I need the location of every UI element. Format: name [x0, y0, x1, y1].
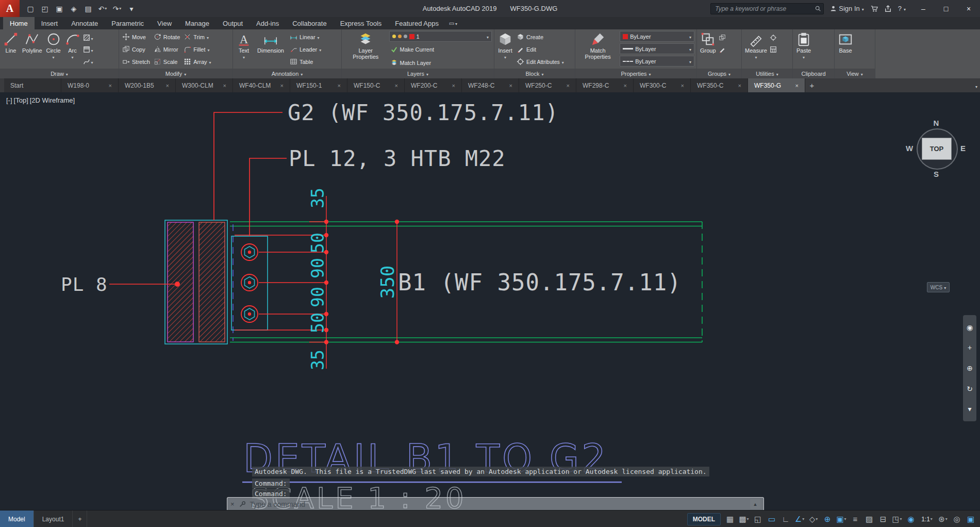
- ribbon-tab-home[interactable]: Home: [3, 17, 35, 29]
- compass-south[interactable]: S: [934, 170, 939, 178]
- compass-north[interactable]: N: [934, 119, 939, 127]
- save-as-icon[interactable]: ◈: [67, 3, 80, 15]
- pl12-label[interactable]: PL 12, 3 HTB M22: [289, 146, 506, 171]
- paste-button[interactable]: Paste: [795, 31, 812, 60]
- close-tab-icon[interactable]: ×: [280, 83, 284, 89]
- search-icon[interactable]: [815, 5, 821, 12]
- file-tab-w200-1b5[interactable]: W200-1B5×: [119, 78, 176, 92]
- command-bar[interactable]: × Type a command ▲: [227, 497, 764, 510]
- modify-panel-title[interactable]: Modify: [119, 69, 232, 78]
- navigation-wheel-icon[interactable]: ◉: [967, 320, 973, 335]
- array-button[interactable]: Array: [182, 56, 212, 68]
- view-cube-top-face[interactable]: TOP: [922, 138, 952, 160]
- file-tab-wf150-1[interactable]: WF150-1×: [290, 78, 347, 92]
- groups-panel-title[interactable]: Groups: [697, 69, 741, 78]
- file-tab-wf250-c[interactable]: WF250-C×: [519, 78, 576, 92]
- create-block-button[interactable]: Create: [516, 31, 565, 43]
- zoom-icon[interactable]: ⊕: [967, 360, 973, 376]
- file-tab-wf248-c[interactable]: WF248-C×: [462, 78, 519, 92]
- new-drawing-tab-button[interactable]: +: [805, 78, 819, 92]
- dimension-button[interactable]: Dimension: [254, 31, 287, 54]
- model-tab[interactable]: Model: [0, 510, 34, 527]
- b1-label[interactable]: B1 (WF 350.175.7.11): [398, 269, 682, 295]
- bolt-1[interactable]: [241, 244, 258, 260]
- copy-button[interactable]: Copy: [121, 43, 151, 55]
- move-button[interactable]: Move: [121, 31, 151, 43]
- search-input[interactable]: [710, 3, 824, 14]
- file-tab-wf150-c[interactable]: WF150-C×: [347, 78, 405, 92]
- ribbon-tab-annotate[interactable]: Annotate: [64, 17, 105, 29]
- transparency-icon[interactable]: ▨: [862, 513, 876, 525]
- close-tab-icon[interactable]: ×: [509, 83, 512, 89]
- sign-in-button[interactable]: Sign In: [830, 5, 864, 12]
- close-tab-icon[interactable]: ×: [223, 83, 226, 89]
- leader-button[interactable]: Leader: [289, 43, 322, 55]
- close-tab-icon[interactable]: ×: [109, 83, 112, 89]
- file-tab-wf200-c[interactable]: WF200-C×: [405, 78, 462, 92]
- base-button[interactable]: Base: [837, 31, 854, 54]
- dynamic-input-icon[interactable]: ▭: [765, 513, 778, 525]
- linetype-combo[interactable]: ByLayer: [620, 56, 694, 67]
- app-store-button[interactable]: [870, 5, 878, 12]
- grid-icon[interactable]: ▦: [723, 513, 737, 525]
- lineweight-icon[interactable]: ≡: [849, 513, 862, 525]
- ortho-mode-icon[interactable]: ∟: [779, 513, 792, 525]
- close-tab-icon[interactable]: ×: [681, 83, 684, 89]
- arc-button[interactable]: Arc: [64, 31, 81, 60]
- close-tab-icon[interactable]: ×: [795, 83, 799, 89]
- block-panel-title[interactable]: Block: [494, 69, 575, 78]
- bolt-3[interactable]: [241, 306, 258, 322]
- ribbon-tab-collaborate[interactable]: Collaborate: [286, 17, 334, 29]
- line-button[interactable]: Line: [2, 31, 20, 54]
- redo-icon[interactable]: ↷▾: [110, 3, 124, 15]
- layout1-tab[interactable]: Layout1: [34, 510, 73, 527]
- command-close-icon[interactable]: ×: [230, 500, 235, 508]
- ribbon-tab-featured-apps[interactable]: Featured Apps: [388, 17, 445, 29]
- dim-text-50-bottom[interactable]: 50: [308, 312, 328, 333]
- minimize-button[interactable]: –: [912, 0, 935, 17]
- close-tab-icon[interactable]: ×: [338, 83, 341, 89]
- trim-button[interactable]: Trim: [182, 31, 212, 43]
- tab-overflow-button[interactable]: [969, 78, 980, 92]
- match-properties-button[interactable]: Match Properties: [577, 31, 618, 60]
- infer-constraints-icon[interactable]: ◱: [751, 513, 765, 525]
- save-icon[interactable]: ▣: [53, 3, 66, 15]
- g2-label[interactable]: G2 (WF 350.175.7.11): [288, 100, 559, 125]
- file-tab-w300-clm[interactable]: W300-CLM×: [176, 78, 233, 92]
- file-tab-wf350-g[interactable]: WF350-G×: [748, 78, 805, 92]
- maximize-button[interactable]: □: [935, 0, 957, 17]
- close-tab-icon[interactable]: ×: [567, 83, 570, 89]
- group-button[interactable]: Group: [699, 31, 717, 54]
- close-tab-icon[interactable]: ×: [624, 83, 627, 89]
- hatch-button[interactable]: [83, 32, 93, 43]
- navbar-more-icon[interactable]: ▾: [968, 401, 971, 417]
- leader-pl12[interactable]: [250, 158, 287, 236]
- object-color-combo[interactable]: ByLayer: [620, 31, 694, 42]
- file-tab-wf40-clm[interactable]: WF40-CLM×: [233, 78, 290, 92]
- stretch-button[interactable]: Stretch: [121, 56, 151, 68]
- ucs-badge[interactable]: WCS: [927, 282, 950, 292]
- ungroup-button[interactable]: [719, 32, 726, 43]
- ribbon-tab-manage[interactable]: Manage: [178, 17, 216, 29]
- make-current-button[interactable]: Make Current: [389, 43, 492, 55]
- overall-dimension[interactable]: 350: [377, 220, 400, 344]
- share-button[interactable]: [884, 5, 892, 12]
- ribbon-tab-express-tools[interactable]: Express Tools: [334, 17, 389, 29]
- selection-cycling-icon[interactable]: ⊟: [876, 513, 890, 525]
- file-tab-wf300-c[interactable]: WF300-C×: [634, 78, 691, 92]
- layer-properties-button[interactable]: Layer Properties: [344, 31, 388, 60]
- qat-customize-icon[interactable]: ▾: [125, 3, 138, 15]
- viewport-visual-style-control[interactable]: [2D Wireframe]: [30, 96, 75, 104]
- dim-text-35-top[interactable]: 35: [308, 188, 328, 208]
- group-edit-button[interactable]: [719, 44, 726, 55]
- polyline-button[interactable]: Polyline: [21, 31, 43, 54]
- close-button[interactable]: ×: [957, 0, 980, 17]
- ribbon-tab-add-ins[interactable]: Add-ins: [250, 17, 286, 29]
- dim-text-90-b[interactable]: 90: [308, 287, 328, 307]
- view-panel-title[interactable]: View: [835, 69, 875, 78]
- close-tab-icon[interactable]: ×: [395, 83, 398, 89]
- edit-attributes-button[interactable]: Edit Attributes: [516, 56, 565, 68]
- dim-text-35-bottom[interactable]: 35: [308, 350, 328, 370]
- fillet-button[interactable]: Fillet: [182, 43, 212, 55]
- command-customize-icon[interactable]: [239, 501, 246, 508]
